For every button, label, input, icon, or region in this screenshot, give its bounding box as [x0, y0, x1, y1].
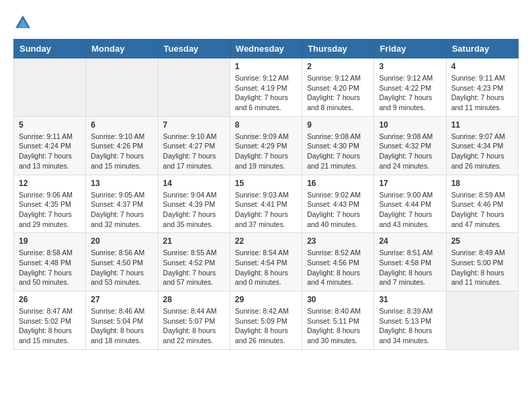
calendar-cell: 6Sunrise: 9:10 AM Sunset: 4:26 PM Daylig…: [86, 116, 158, 175]
calendar-cell: 28Sunrise: 8:44 AM Sunset: 5:07 PM Dayli…: [158, 291, 230, 350]
cell-content: Sunrise: 8:39 AM Sunset: 5:13 PM Dayligh…: [379, 306, 441, 346]
calendar-cell: 25Sunrise: 8:49 AM Sunset: 5:00 PM Dayli…: [446, 233, 518, 291]
calendar-week-row: 26Sunrise: 8:47 AM Sunset: 5:02 PM Dayli…: [14, 291, 519, 350]
cell-content: Sunrise: 8:52 AM Sunset: 4:56 PM Dayligh…: [307, 248, 369, 287]
calendar-week-row: 19Sunrise: 8:58 AM Sunset: 4:48 PM Dayli…: [14, 233, 519, 291]
calendar-week-row: 12Sunrise: 9:06 AM Sunset: 4:35 PM Dayli…: [14, 175, 519, 233]
day-number: 13: [91, 179, 152, 188]
day-number: 7: [163, 120, 225, 130]
cell-content: Sunrise: 8:44 AM Sunset: 5:07 PM Dayligh…: [163, 306, 225, 346]
calendar-cell: 15Sunrise: 9:03 AM Sunset: 4:41 PM Dayli…: [230, 175, 302, 233]
cell-content: Sunrise: 9:04 AM Sunset: 4:39 PM Dayligh…: [163, 190, 225, 230]
day-number: 23: [307, 236, 369, 246]
day-number: 2: [307, 62, 369, 71]
calendar-cell: 27Sunrise: 8:46 AM Sunset: 5:04 PM Dayli…: [86, 291, 158, 350]
weekday-header: Friday: [374, 40, 446, 58]
cell-content: Sunrise: 9:11 AM Sunset: 4:24 PM Dayligh…: [19, 132, 81, 171]
day-number: 25: [451, 236, 513, 246]
cell-content: Sunrise: 8:47 AM Sunset: 5:02 PM Dayligh…: [19, 306, 81, 346]
cell-content: Sunrise: 9:05 AM Sunset: 4:37 PM Dayligh…: [91, 190, 152, 230]
calendar-week-row: 1Sunrise: 9:12 AM Sunset: 4:19 PM Daylig…: [14, 58, 519, 117]
day-number: 16: [307, 179, 369, 188]
cell-content: Sunrise: 8:59 AM Sunset: 4:46 PM Dayligh…: [451, 190, 513, 230]
cell-content: Sunrise: 9:00 AM Sunset: 4:44 PM Dayligh…: [379, 190, 441, 230]
calendar-cell: 23Sunrise: 8:52 AM Sunset: 4:56 PM Dayli…: [302, 233, 374, 291]
weekday-header: Monday: [86, 40, 158, 58]
calendar-cell: 26Sunrise: 8:47 AM Sunset: 5:02 PM Dayli…: [14, 291, 86, 350]
day-number: 4: [451, 62, 513, 71]
cell-content: Sunrise: 9:10 AM Sunset: 4:27 PM Dayligh…: [163, 132, 225, 171]
calendar-cell: 17Sunrise: 9:00 AM Sunset: 4:44 PM Dayli…: [374, 175, 446, 233]
day-number: 22: [235, 236, 297, 246]
calendar-cell: 3Sunrise: 9:12 AM Sunset: 4:22 PM Daylig…: [374, 58, 446, 117]
cell-content: Sunrise: 9:07 AM Sunset: 4:34 PM Dayligh…: [451, 132, 513, 171]
cell-content: Sunrise: 8:42 AM Sunset: 5:09 PM Dayligh…: [235, 306, 297, 346]
calendar-cell: 20Sunrise: 8:56 AM Sunset: 4:50 PM Dayli…: [86, 233, 158, 291]
cell-content: Sunrise: 8:54 AM Sunset: 4:54 PM Dayligh…: [235, 248, 297, 287]
calendar-cell: [446, 291, 518, 350]
day-number: 24: [379, 236, 441, 246]
weekday-header: Saturday: [446, 40, 518, 58]
cell-content: Sunrise: 8:55 AM Sunset: 4:52 PM Dayligh…: [163, 248, 225, 287]
day-number: 30: [307, 295, 369, 304]
calendar-cell: 12Sunrise: 9:06 AM Sunset: 4:35 PM Dayli…: [14, 175, 86, 233]
day-number: 11: [451, 120, 513, 130]
day-number: 3: [379, 62, 441, 71]
day-number: 14: [163, 179, 225, 188]
calendar-cell: 14Sunrise: 9:04 AM Sunset: 4:39 PM Dayli…: [158, 175, 230, 233]
cell-content: Sunrise: 9:12 AM Sunset: 4:22 PM Dayligh…: [379, 73, 441, 113]
cell-content: Sunrise: 9:03 AM Sunset: 4:41 PM Dayligh…: [235, 190, 297, 230]
day-number: 12: [19, 179, 81, 188]
calendar-cell: 11Sunrise: 9:07 AM Sunset: 4:34 PM Dayli…: [446, 116, 518, 175]
cell-content: Sunrise: 9:06 AM Sunset: 4:35 PM Dayligh…: [19, 190, 81, 230]
calendar-header-row: SundayMondayTuesdayWednesdayThursdayFrid…: [14, 40, 519, 58]
calendar-week-row: 5Sunrise: 9:11 AM Sunset: 4:24 PM Daylig…: [14, 116, 519, 175]
calendar-cell: 21Sunrise: 8:55 AM Sunset: 4:52 PM Dayli…: [158, 233, 230, 291]
calendar-cell: 13Sunrise: 9:05 AM Sunset: 4:37 PM Dayli…: [86, 175, 158, 233]
day-number: 15: [235, 179, 297, 188]
cell-content: Sunrise: 9:11 AM Sunset: 4:23 PM Dayligh…: [451, 73, 513, 113]
cell-content: Sunrise: 9:08 AM Sunset: 4:32 PM Dayligh…: [379, 132, 441, 171]
cell-content: Sunrise: 8:40 AM Sunset: 5:11 PM Dayligh…: [307, 306, 369, 346]
calendar-cell: 10Sunrise: 9:08 AM Sunset: 4:32 PM Dayli…: [374, 116, 446, 175]
cell-content: Sunrise: 9:10 AM Sunset: 4:26 PM Dayligh…: [91, 132, 152, 171]
day-number: 10: [379, 120, 441, 130]
calendar-cell: 24Sunrise: 8:51 AM Sunset: 4:58 PM Dayli…: [374, 233, 446, 291]
day-number: 21: [163, 236, 225, 246]
day-number: 27: [91, 295, 152, 304]
day-number: 18: [451, 179, 513, 188]
day-number: 20: [91, 236, 152, 246]
day-number: 31: [379, 295, 441, 304]
day-number: 5: [19, 120, 81, 130]
calendar-cell: [158, 58, 230, 117]
calendar-cell: 2Sunrise: 9:12 AM Sunset: 4:20 PM Daylig…: [302, 58, 374, 117]
calendar-cell: 18Sunrise: 8:59 AM Sunset: 4:46 PM Dayli…: [446, 175, 518, 233]
calendar-cell: 31Sunrise: 8:39 AM Sunset: 5:13 PM Dayli…: [374, 291, 446, 350]
calendar-cell: 5Sunrise: 9:11 AM Sunset: 4:24 PM Daylig…: [14, 116, 86, 175]
calendar-table: SundayMondayTuesdayWednesdayThursdayFrid…: [13, 39, 519, 350]
logo-icon: [13, 13, 32, 32]
weekday-header: Sunday: [14, 40, 86, 58]
cell-content: Sunrise: 8:51 AM Sunset: 4:58 PM Dayligh…: [379, 248, 441, 287]
day-number: 28: [163, 295, 225, 304]
cell-content: Sunrise: 9:02 AM Sunset: 4:43 PM Dayligh…: [307, 190, 369, 230]
calendar-cell: 7Sunrise: 9:10 AM Sunset: 4:27 PM Daylig…: [158, 116, 230, 175]
cell-content: Sunrise: 9:12 AM Sunset: 4:20 PM Dayligh…: [307, 73, 369, 113]
calendar-cell: 19Sunrise: 8:58 AM Sunset: 4:48 PM Dayli…: [14, 233, 86, 291]
cell-content: Sunrise: 8:58 AM Sunset: 4:48 PM Dayligh…: [19, 248, 81, 287]
calendar-cell: [86, 58, 158, 117]
calendar-cell: 1Sunrise: 9:12 AM Sunset: 4:19 PM Daylig…: [230, 58, 302, 117]
page-header: [13, 13, 519, 32]
calendar-cell: 8Sunrise: 9:09 AM Sunset: 4:29 PM Daylig…: [230, 116, 302, 175]
logo: [13, 13, 35, 32]
calendar-cell: 30Sunrise: 8:40 AM Sunset: 5:11 PM Dayli…: [302, 291, 374, 350]
calendar-cell: 29Sunrise: 8:42 AM Sunset: 5:09 PM Dayli…: [230, 291, 302, 350]
day-number: 9: [307, 120, 369, 130]
calendar-cell: [14, 58, 86, 117]
day-number: 19: [19, 236, 81, 246]
calendar-cell: 22Sunrise: 8:54 AM Sunset: 4:54 PM Dayli…: [230, 233, 302, 291]
day-number: 1: [235, 62, 297, 71]
calendar-cell: 16Sunrise: 9:02 AM Sunset: 4:43 PM Dayli…: [302, 175, 374, 233]
cell-content: Sunrise: 8:56 AM Sunset: 4:50 PM Dayligh…: [91, 248, 152, 287]
weekday-header: Tuesday: [158, 40, 230, 58]
